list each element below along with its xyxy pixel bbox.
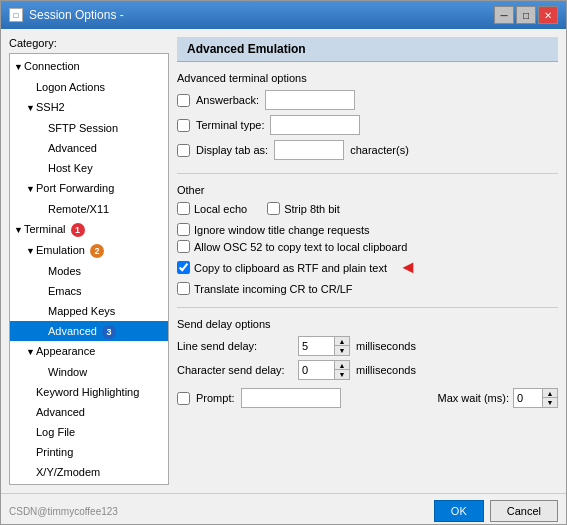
char-send-delay-unit: milliseconds [356, 364, 416, 376]
display-tab-label: Display tab as: [196, 144, 268, 156]
char-send-delay-label: Character send delay: [177, 364, 292, 376]
tree-item-xyz-modem[interactable]: X/Y/Zmodem [10, 462, 168, 482]
ok-button[interactable]: OK [434, 500, 484, 522]
tree-item-emulation[interactable]: ▼Emulation 2 [10, 240, 168, 261]
tree-item-modes[interactable]: Modes [10, 261, 168, 281]
translate-cr-checkbox[interactable] [177, 282, 190, 295]
window-icon: □ [9, 8, 23, 22]
terminal-type-label: Terminal type: [196, 119, 264, 131]
line-send-delay-up[interactable]: ▲ [335, 337, 349, 346]
tree-item-host-key[interactable]: Host Key [10, 158, 168, 178]
answerback-row: Answerback: [177, 90, 558, 110]
allow-osc52-row: Allow OSC 52 to copy text to local clipb… [177, 240, 558, 253]
local-echo-row: Local echo [177, 202, 247, 215]
answerback-label: Answerback: [196, 94, 259, 106]
tree-item-appearance[interactable]: ▼Appearance [10, 341, 168, 362]
tree-item-ssh2[interactable]: ▼SSH2 [10, 97, 168, 118]
terminal-type-row: Terminal type: [177, 115, 558, 135]
section3-label: Send delay options [177, 318, 558, 330]
max-wait-input[interactable] [514, 389, 542, 407]
right-panel: Advanced Emulation Advanced terminal opt… [177, 37, 558, 485]
tree-item-terminal[interactable]: ▼Terminal 1 [10, 219, 168, 240]
section1-label: Advanced terminal options [177, 72, 558, 84]
max-wait-down[interactable]: ▼ [543, 398, 557, 407]
display-tab-input[interactable] [274, 140, 344, 160]
ignore-window-title-label: Ignore window title change requests [194, 224, 370, 236]
strip-8th-bit-label: Strip 8th bit [284, 203, 340, 215]
cancel-button[interactable]: Cancel [490, 500, 558, 522]
strip-8th-bit-checkbox[interactable] [267, 202, 280, 215]
prompt-row: Prompt: Max wait (ms): ▲ ▼ [177, 388, 558, 408]
allow-osc52-label: Allow OSC 52 to copy text to local clipb… [194, 241, 407, 253]
category-tree: ▼Connection Logon Actions ▼SSH2 SFTP Ses… [9, 53, 169, 485]
main-window: □ Session Options - ─ □ ✕ Category: ▼Con… [0, 0, 567, 525]
line-send-delay-input[interactable] [299, 337, 334, 355]
close-button[interactable]: ✕ [538, 6, 558, 24]
panel-title: Advanced Emulation [177, 37, 558, 62]
tree-item-port-forwarding[interactable]: ▼Port Forwarding [10, 178, 168, 199]
prompt-label: Prompt: [196, 392, 235, 404]
display-tab-suffix: character(s) [350, 144, 409, 156]
watermark: CSDN@timmycoffee123 [9, 506, 118, 517]
tree-item-keyword-highlighting[interactable]: Keyword Highlighting [10, 382, 168, 402]
maximize-button[interactable]: □ [516, 6, 536, 24]
allow-osc52-checkbox[interactable] [177, 240, 190, 253]
left-panel: Category: ▼Connection Logon Actions ▼SSH… [9, 37, 169, 485]
line-send-delay-spinbox[interactable]: ▲ ▼ [298, 336, 350, 356]
strip-8th-bit-row: Strip 8th bit [267, 202, 340, 215]
line-send-delay-label: Line send delay: [177, 340, 292, 352]
title-controls: ─ □ ✕ [494, 6, 558, 24]
line-send-delay-down[interactable]: ▼ [335, 346, 349, 355]
tree-item-advanced-terminal[interactable]: Advanced [10, 402, 168, 422]
tree-item-remote-x11[interactable]: Remote/X11 [10, 199, 168, 219]
char-send-delay-spinbox[interactable]: ▲ ▼ [298, 360, 350, 380]
tree-item-advanced-emulation[interactable]: Advanced 3 [10, 321, 168, 341]
max-wait-spinbox[interactable]: ▲ ▼ [513, 388, 558, 408]
line-send-delay-unit: milliseconds [356, 340, 416, 352]
tree-item-printing[interactable]: Printing [10, 442, 168, 462]
terminal-type-input[interactable] [270, 115, 360, 135]
title-bar: □ Session Options - ─ □ ✕ [1, 1, 566, 29]
line-send-delay-arrows: ▲ ▼ [334, 337, 349, 355]
main-content: Category: ▼Connection Logon Actions ▼SSH… [1, 29, 566, 493]
copy-rtf-label: Copy to clipboard as RTF and plain text [194, 262, 387, 274]
tree-item-connection[interactable]: ▼Connection [10, 56, 168, 77]
prompt-input[interactable] [241, 388, 341, 408]
category-label: Category: [9, 37, 169, 49]
char-send-delay-row: Character send delay: ▲ ▼ milliseconds [177, 360, 558, 380]
translate-cr-row: Translate incoming CR to CR/LF [177, 282, 558, 295]
other-row1: Local echo Strip 8th bit [177, 202, 558, 219]
display-tab-checkbox[interactable] [177, 144, 190, 157]
title-bar-left: □ Session Options - [9, 8, 124, 22]
char-send-delay-input[interactable] [299, 361, 334, 379]
max-wait-up[interactable]: ▲ [543, 389, 557, 398]
tree-item-sftp-session[interactable]: SFTP Session [10, 118, 168, 138]
tree-item-advanced-ssh2[interactable]: Advanced [10, 138, 168, 158]
char-send-delay-arrows: ▲ ▼ [334, 361, 349, 379]
char-send-delay-down[interactable]: ▼ [335, 370, 349, 379]
tree-item-emacs[interactable]: Emacs [10, 281, 168, 301]
copy-rtf-checkbox[interactable] [177, 261, 190, 274]
prompt-checkbox[interactable] [177, 392, 190, 405]
translate-cr-label: Translate incoming CR to CR/LF [194, 283, 353, 295]
answerback-input[interactable] [265, 90, 355, 110]
minimize-button[interactable]: ─ [494, 6, 514, 24]
tree-item-window[interactable]: Window [10, 362, 168, 382]
terminal-type-checkbox[interactable] [177, 119, 190, 132]
tree-item-log-file[interactable]: Log File [10, 422, 168, 442]
max-wait-arrows: ▲ ▼ [542, 389, 557, 407]
tree-item-mapped-keys[interactable]: Mapped Keys [10, 301, 168, 321]
copy-rtf-row: Copy to clipboard as RTF and plain text … [177, 257, 558, 278]
line-send-delay-row: Line send delay: ▲ ▼ milliseconds [177, 336, 558, 356]
char-send-delay-up[interactable]: ▲ [335, 361, 349, 370]
max-wait-label: Max wait (ms): [438, 392, 510, 404]
window-title: Session Options - [29, 8, 124, 22]
max-wait-group: Max wait (ms): ▲ ▼ [438, 388, 559, 408]
footer: CSDN@timmycoffee123 OK Cancel [1, 493, 566, 525]
ignore-window-title-checkbox[interactable] [177, 223, 190, 236]
local-echo-checkbox[interactable] [177, 202, 190, 215]
tree-item-logon-actions[interactable]: Logon Actions [10, 77, 168, 97]
section2-label: Other [177, 184, 558, 196]
answerback-checkbox[interactable] [177, 94, 190, 107]
arrow-annotation: ◄ [399, 257, 417, 278]
